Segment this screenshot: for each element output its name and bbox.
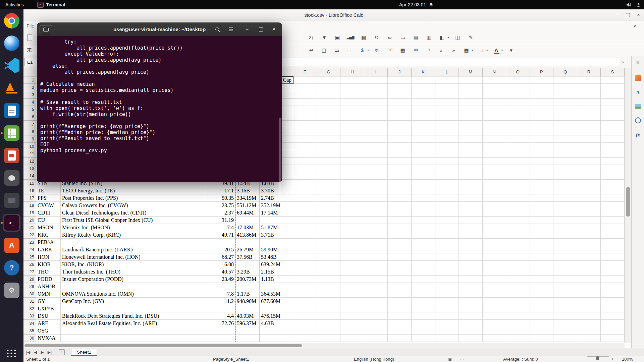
show-applications-button[interactable] [7,350,17,357]
cell-H18[interactable] [340,202,364,209]
cell-G4[interactable] [317,99,341,106]
cell-L3[interactable] [435,91,459,99]
cell-M19[interactable] [459,209,483,217]
cell-D36[interactable] [235,335,260,342]
cell-K21[interactable] [412,224,435,231]
cell-D35[interactable] [235,327,260,335]
cell-O6[interactable] [506,113,530,121]
cell-P21[interactable] [530,224,554,231]
sheet-tab-sheet1[interactable]: Sheet1 [71,349,97,356]
cell-L8[interactable] [435,128,459,135]
cell-D26[interactable] [235,261,260,268]
cell-N36[interactable] [483,335,506,342]
cell-D19[interactable]: 69.44M [235,209,260,217]
cell-N10[interactable] [483,143,506,150]
first-sheet-icon[interactable]: |◀ [26,350,30,355]
cell-F18[interactable] [293,202,317,209]
cell-B34[interactable]: Alexandria Real Estate Equities, Inc. (A… [61,320,205,327]
cell-H23[interactable] [340,239,364,246]
cell-N6[interactable] [483,113,506,121]
cell-N8[interactable] [483,128,506,135]
cell-M20[interactable] [459,217,483,224]
cell-H33[interactable] [340,312,364,320]
row-header-2[interactable]: 2 [23,84,36,91]
row-header-7[interactable]: 7 [23,121,36,128]
cell-H10[interactable] [340,143,364,150]
cell-G22[interactable] [317,231,341,239]
cell-E30[interactable]: 364.53M [260,290,293,298]
cell-O24[interactable] [506,246,530,253]
terminal-body[interactable]: try: all_prices.append(float(price_str))… [37,36,282,182]
cell-I12[interactable] [364,158,388,165]
cell-N20[interactable] [483,217,506,224]
cell-G10[interactable] [317,143,341,150]
cell-L12[interactable] [435,158,459,165]
cell-O9[interactable] [506,135,530,143]
delete-decimal-icon[interactable]: .0 [424,46,433,55]
cell-J23[interactable] [388,239,412,246]
row-header-10[interactable]: 10 [23,143,36,150]
cell-F22[interactable] [293,231,317,239]
cell-N13[interactable] [483,165,506,172]
cell-K13[interactable] [412,165,435,172]
cell-R3[interactable] [577,91,601,99]
cell-R19[interactable] [577,209,601,217]
cell-H31[interactable] [340,298,364,305]
cell-A35[interactable]: OSG [36,327,61,335]
cell-G23[interactable] [317,239,341,246]
cell-H26[interactable] [340,261,364,268]
cell-D31[interactable]: 948.90M [235,298,260,305]
cell-F10[interactable] [293,143,317,150]
cell-B19[interactable]: Clean Diesel Technologies Inc. (CDTI) [61,209,205,217]
sidebar-settings-icon[interactable]: ≡ [632,60,644,66]
dock-item-gimp[interactable] [0,167,23,189]
cell-R21[interactable] [577,224,601,231]
cell-S25[interactable] [601,253,625,261]
col-header-M[interactable]: M [459,68,483,76]
cell-G18[interactable] [317,202,341,209]
cell-L32[interactable] [435,305,459,312]
row-header-11[interactable]: 11 [23,150,36,158]
cell-N5[interactable] [483,106,506,113]
cell-G2[interactable] [317,84,341,91]
cell-H28[interactable] [340,276,364,283]
cell-Q15[interactable] [553,180,577,187]
cell-N32[interactable] [483,305,506,312]
autofilter-icon[interactable]: ▼ [320,33,329,42]
cell-R24[interactable] [577,246,601,253]
cell-O34[interactable] [506,320,530,327]
cell-F27[interactable] [293,268,317,276]
dock-item-vlc[interactable] [0,77,23,99]
borders-dropdown-icon[interactable]: ▾ [472,49,473,52]
cell-K12[interactable] [412,158,435,165]
cell-L31[interactable] [435,298,459,305]
cell-N12[interactable] [483,158,506,165]
cell-Q35[interactable] [553,327,577,335]
cell-E21[interactable]: 51.87M [260,224,293,231]
col-header-O[interactable]: O [506,68,530,76]
cell-Q23[interactable] [553,239,577,246]
zoom-out-button[interactable]: − [581,356,584,362]
cell-H12[interactable] [340,158,364,165]
cell-S2[interactable] [601,84,625,91]
cell-O18[interactable] [506,202,530,209]
cell-F26[interactable] [293,261,317,268]
cell-Q8[interactable] [553,128,577,135]
cell-Q18[interactable] [553,202,577,209]
cell-I5[interactable] [364,106,388,113]
terminal-window[interactable]: user@user-virtual-machine: ~/Desktop − ×… [37,22,282,182]
cell-A27[interactable]: THO [36,268,61,276]
col-header-G[interactable]: G [317,68,341,76]
cell-P11[interactable] [530,150,554,158]
cell-P14[interactable] [530,172,554,180]
cell-C35[interactable] [205,327,235,335]
cell-O5[interactable] [506,106,530,113]
cell-A29[interactable]: ANH^B [36,283,61,290]
cell-I18[interactable] [364,202,388,209]
cell-Q5[interactable] [553,106,577,113]
cell-R28[interactable] [577,276,601,283]
cell-O31[interactable] [506,298,530,305]
cell-E27[interactable]: 2.15B [260,268,293,276]
row-header-30[interactable]: 30 [23,290,36,298]
cell-G6[interactable] [317,113,341,121]
